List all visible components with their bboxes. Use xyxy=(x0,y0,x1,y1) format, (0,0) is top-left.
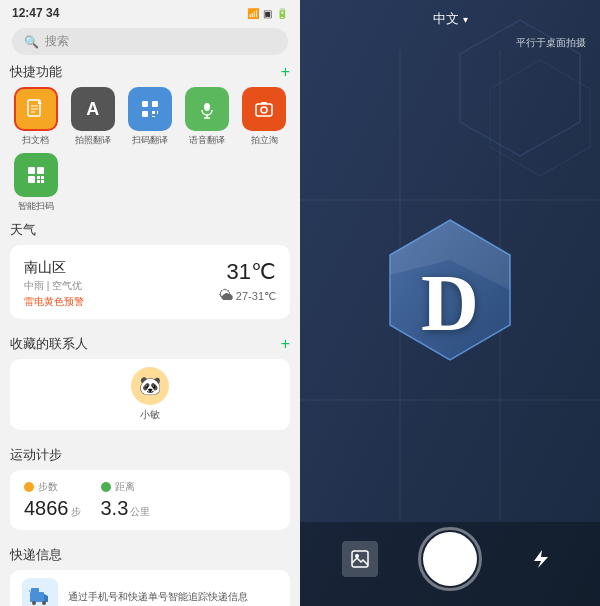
contacts-header: 收藏的联系人 + xyxy=(10,335,290,353)
distance-item: 距离 3.3 公里 xyxy=(101,480,151,520)
weather-right: 31℃ 🌥 27-31℃ xyxy=(219,259,276,303)
svg-rect-19 xyxy=(37,176,40,179)
steps-label-row: 步数 xyxy=(24,480,81,494)
svg-rect-27 xyxy=(31,588,39,592)
express-title: 快递信息 xyxy=(10,546,62,564)
contacts-title: 收藏的联系人 xyxy=(10,335,88,353)
scan-doc-label: 扫文档 xyxy=(22,134,49,147)
express-icon xyxy=(22,578,58,606)
scan-doc-icon xyxy=(14,87,58,131)
weather-main-row: 南山区 中雨 | 空气优 雷电黄色预警 31℃ 🌥 27-31℃ xyxy=(24,259,276,309)
svg-point-10 xyxy=(204,103,210,111)
steps-dot xyxy=(24,482,34,492)
smart-scan-label: 智能扫码 xyxy=(18,200,54,213)
svg-rect-6 xyxy=(142,111,148,117)
quick-item-scan-doc[interactable]: 扫文档 xyxy=(10,87,61,147)
svg-rect-9 xyxy=(152,116,155,117)
left-panel: 12:47 34 📶 ▣ 🔋 🔍 搜索 快捷功能 + xyxy=(0,0,300,606)
voice-trans-label: 语音翻译 xyxy=(189,134,225,147)
svg-rect-37 xyxy=(352,551,368,567)
svg-rect-21 xyxy=(37,180,40,183)
search-bar[interactable]: 🔍 搜索 xyxy=(12,28,288,55)
weather-header: 天气 xyxy=(10,221,290,239)
status-icons: 📶 ▣ 🔋 xyxy=(247,8,288,19)
contacts-card: 🐼 小敏 xyxy=(10,359,290,430)
weather-location: 南山区 xyxy=(24,259,84,277)
cam-top-bar: 中文 ▾ xyxy=(300,0,600,38)
quick-item-photo-shop[interactable]: 拍立淘 xyxy=(239,87,290,147)
contact-item[interactable]: 🐼 小敏 xyxy=(22,367,278,422)
cam-hint: 平行于桌面拍摄 xyxy=(516,36,586,50)
svg-rect-15 xyxy=(261,102,267,104)
steps-item: 步数 4866 步 xyxy=(24,480,81,520)
battery-icon: 🔋 xyxy=(276,8,288,19)
weather-card[interactable]: 南山区 中雨 | 空气优 雷电黄色预警 31℃ 🌥 27-31℃ xyxy=(10,245,290,319)
steps-card[interactable]: 步数 4866 步 距离 3.3 公里 xyxy=(10,470,290,530)
cam-shutter-button[interactable] xyxy=(423,532,477,586)
distance-label-row: 距离 xyxy=(101,480,151,494)
express-header: 快递信息 xyxy=(10,546,290,564)
signal-icon: 📶 xyxy=(247,8,259,19)
svg-rect-23 xyxy=(30,592,44,602)
svg-rect-13 xyxy=(256,104,272,116)
svg-rect-5 xyxy=(152,101,158,107)
quick-item-smart-scan[interactable]: 智能扫码 xyxy=(10,153,61,213)
steps-value-row: 4866 步 xyxy=(24,497,81,520)
cam-gallery-button[interactable] xyxy=(342,541,378,577)
weather-section: 天气 南山区 中雨 | 空气优 雷电黄色预警 31℃ 🌥 27-31℃ xyxy=(10,221,290,327)
cam-flash-button[interactable] xyxy=(522,541,558,577)
steps-count: 4866 xyxy=(24,497,69,520)
weather-range: 🌥 27-31℃ xyxy=(219,287,276,303)
scan-trans-icon xyxy=(128,87,172,131)
cam-chevron-icon[interactable]: ▾ xyxy=(463,14,468,25)
voice-trans-icon xyxy=(185,87,229,131)
smart-scan-icon xyxy=(14,153,58,197)
photo-shop-icon xyxy=(242,87,286,131)
svg-rect-18 xyxy=(28,176,35,183)
svg-rect-22 xyxy=(41,180,44,183)
search-icon: 🔍 xyxy=(24,35,39,49)
weather-temperature: 31℃ xyxy=(219,259,276,285)
quick-item-photo-trans[interactable]: A 拍照翻译 xyxy=(67,87,118,147)
weather-title: 天气 xyxy=(10,221,36,239)
photo-trans-icon: A xyxy=(71,87,115,131)
wifi-icon: ▣ xyxy=(263,8,272,19)
express-card[interactable]: 通过手机号和快递单号智能追踪快递信息 xyxy=(10,570,290,606)
steps-title: 运动计步 xyxy=(10,446,62,464)
weather-condition: 中雨 | 空气优 xyxy=(24,279,84,293)
svg-rect-16 xyxy=(28,167,35,174)
cam-language[interactable]: 中文 xyxy=(433,10,459,28)
express-text: 通过手机号和快递单号智能追踪快递信息 xyxy=(68,589,248,604)
quick-grid: 扫文档 A 拍照翻译 xyxy=(10,87,290,147)
svg-point-24 xyxy=(32,601,36,605)
photo-shop-label: 拍立淘 xyxy=(251,134,278,147)
quick-item-voice-trans[interactable]: 语音翻译 xyxy=(182,87,233,147)
steps-header: 运动计步 xyxy=(10,446,290,464)
contacts-section: 收藏的联系人 + 🐼 小敏 xyxy=(10,335,290,438)
status-time: 12:47 34 xyxy=(12,6,59,20)
photo-trans-label: 拍照翻译 xyxy=(75,134,111,147)
distance-count: 3.3 xyxy=(101,497,129,520)
steps-row: 步数 4866 步 距离 3.3 公里 xyxy=(24,480,276,520)
right-panel: 中文 ▾ 平行于桌面拍摄 D xyxy=(300,0,600,606)
distance-sublabel: 距离 xyxy=(115,480,135,494)
quick-functions-header: 快捷功能 + xyxy=(10,63,290,81)
contact-name: 小敏 xyxy=(140,408,160,422)
scan-trans-label: 扫码翻译 xyxy=(132,134,168,147)
quick-functions-title: 快捷功能 xyxy=(10,63,62,81)
distance-dot xyxy=(101,482,111,492)
cam-d-letter: D xyxy=(390,233,510,373)
search-placeholder: 搜索 xyxy=(45,33,69,50)
svg-rect-20 xyxy=(41,176,44,179)
contacts-add[interactable]: + xyxy=(281,336,290,352)
quick-functions-add[interactable]: + xyxy=(281,64,290,80)
quick-item-scan-trans[interactable]: 扫码翻译 xyxy=(124,87,175,147)
distance-unit: 公里 xyxy=(130,505,150,519)
svg-point-25 xyxy=(42,601,46,605)
steps-section: 运动计步 步数 4866 步 距离 xyxy=(10,446,290,538)
quick-grid-row2: 智能扫码 xyxy=(10,153,290,213)
quick-functions-section: 快捷功能 + 扫文档 A xyxy=(10,63,290,213)
steps-unit: 步 xyxy=(71,505,81,519)
weather-warning: 雷电黄色预警 xyxy=(24,295,84,309)
distance-value-row: 3.3 公里 xyxy=(101,497,151,520)
